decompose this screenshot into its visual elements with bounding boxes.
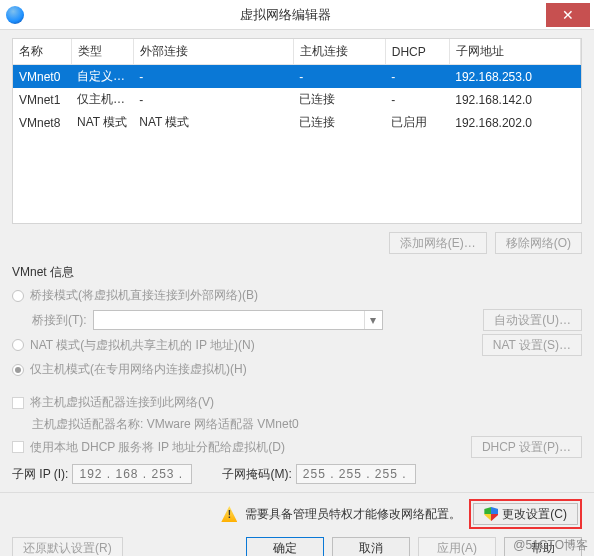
radio-bridged-label: 桥接模式(将虚拟机直接连接到外部网络)(B) [30, 287, 258, 304]
check-host-adapter-label: 将主机虚拟适配器连接到此网络(V) [30, 394, 214, 411]
subnet-mask-label: 子网掩码(M): [222, 466, 291, 483]
col-subnet[interactable]: 子网地址 [449, 39, 580, 65]
cell-type: NAT 模式 [71, 111, 133, 134]
col-type[interactable]: 类型 [71, 39, 133, 65]
cell-host: - [293, 65, 385, 89]
chevron-down-icon: ▾ [364, 311, 382, 329]
close-button[interactable]: ✕ [546, 3, 590, 27]
cell-subnet: 192.168.202.0 [449, 111, 580, 134]
check-dhcp: 使用本地 DHCP 服务将 IP 地址分配给虚拟机(D) [12, 437, 285, 458]
table-row[interactable]: VMnet1仅主机…-已连接-192.168.142.0 [13, 88, 581, 111]
check-host-adapter: 将主机虚拟适配器连接到此网络(V) [12, 392, 214, 413]
app-icon [6, 6, 24, 24]
cell-type: 仅主机… [71, 88, 133, 111]
subnet-mask-input [296, 464, 416, 484]
network-table[interactable]: 名称 类型 外部连接 主机连接 DHCP 子网地址 VMnet0自定义…---1… [12, 38, 582, 224]
radio-bridged: 桥接模式(将虚拟机直接连接到外部网络)(B) [12, 285, 258, 306]
vmnet-info-label: VMnet 信息 [12, 264, 582, 281]
cell-dhcp: - [385, 65, 449, 89]
table-header-row: 名称 类型 外部连接 主机连接 DHCP 子网地址 [13, 39, 581, 65]
host-adapter-name: 主机虚拟适配器名称: VMware 网络适配器 VMnet0 [32, 416, 299, 433]
cell-ext: - [133, 65, 293, 89]
col-name[interactable]: 名称 [13, 39, 71, 65]
subnet-ip-input [72, 464, 192, 484]
cell-name: VMnet1 [13, 88, 71, 111]
cell-name: VMnet0 [13, 65, 71, 89]
apply-button: 应用(A) [418, 537, 496, 556]
watermark: @51CTO博客 [513, 537, 588, 554]
bridged-to-label: 桥接到(T): [32, 312, 87, 329]
cell-type: 自定义… [71, 65, 133, 89]
remove-network-button: 移除网络(O) [495, 232, 582, 254]
table-row[interactable]: VMnet0自定义…---192.168.253.0 [13, 65, 581, 89]
bridged-to-combo: ▾ [93, 310, 383, 330]
cell-ext: - [133, 88, 293, 111]
radio-nat: NAT 模式(与虚拟机共享主机的 IP 地址)(N) [12, 335, 255, 356]
radio-hostonly-label: 仅主机模式(在专用网络内连接虚拟机)(H) [30, 361, 247, 378]
warning-icon [221, 506, 237, 522]
radio-hostonly: 仅主机模式(在专用网络内连接虚拟机)(H) [12, 359, 247, 380]
cell-ext: NAT 模式 [133, 111, 293, 134]
cell-subnet: 192.168.142.0 [449, 88, 580, 111]
cell-host: 已连接 [293, 88, 385, 111]
cell-dhcp: - [385, 88, 449, 111]
subnet-ip-label: 子网 IP (I): [12, 466, 68, 483]
change-settings-button[interactable]: 更改设置(C) [473, 503, 578, 525]
col-host[interactable]: 主机连接 [293, 39, 385, 65]
nat-settings-button: NAT 设置(S)… [482, 334, 582, 356]
check-dhcp-label: 使用本地 DHCP 服务将 IP 地址分配给虚拟机(D) [30, 439, 285, 456]
col-dhcp[interactable]: DHCP [385, 39, 449, 65]
cell-subnet: 192.168.253.0 [449, 65, 580, 89]
auto-settings-button: 自动设置(U)… [483, 309, 582, 331]
shield-icon [484, 507, 498, 521]
restore-defaults-button: 还原默认设置(R) [12, 537, 123, 556]
cell-host: 已连接 [293, 111, 385, 134]
admin-notice: 需要具备管理员特权才能修改网络配置。 [245, 506, 461, 523]
col-ext[interactable]: 外部连接 [133, 39, 293, 65]
table-row[interactable]: VMnet8NAT 模式NAT 模式已连接已启用192.168.202.0 [13, 111, 581, 134]
ok-button[interactable]: 确定 [246, 537, 324, 556]
add-network-button: 添加网络(E)… [389, 232, 487, 254]
title-bar: 虚拟网络编辑器 ✕ [0, 0, 594, 30]
cell-name: VMnet8 [13, 111, 71, 134]
radio-nat-label: NAT 模式(与虚拟机共享主机的 IP 地址)(N) [30, 337, 255, 354]
dhcp-settings-button: DHCP 设置(P)… [471, 436, 582, 458]
window-title: 虚拟网络编辑器 [24, 6, 546, 24]
cell-dhcp: 已启用 [385, 111, 449, 134]
cancel-button[interactable]: 取消 [332, 537, 410, 556]
